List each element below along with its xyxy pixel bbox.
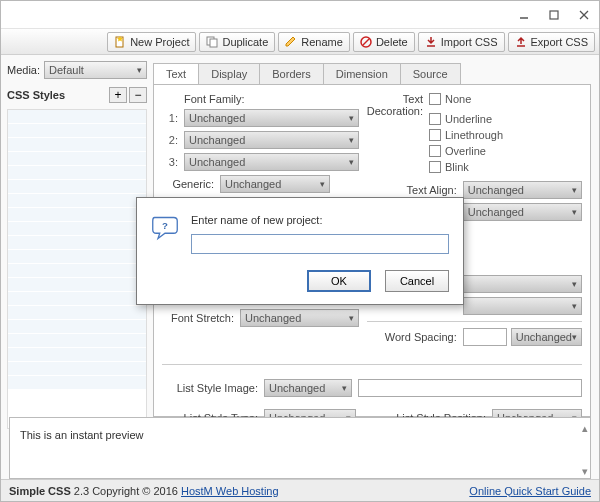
chevron-down-icon: ▾ <box>572 279 577 289</box>
list-item[interactable] <box>8 292 146 306</box>
chevron-down-icon: ▾ <box>572 207 577 217</box>
list-item[interactable] <box>8 194 146 208</box>
underline-checkbox[interactable]: Underline <box>429 113 509 125</box>
list-item[interactable] <box>8 110 146 124</box>
tab-dimension[interactable]: Dimension <box>323 63 401 84</box>
generic-label: Generic: <box>162 178 214 190</box>
list-item[interactable] <box>8 208 146 222</box>
hidden-select-1[interactable]: Unchanged▾ <box>463 275 582 293</box>
svg-text:?: ? <box>162 220 168 231</box>
list-item[interactable] <box>8 334 146 348</box>
word-spacing-label: Word Spacing: <box>367 331 457 343</box>
word-spacing-input[interactable] <box>463 328 507 346</box>
chevron-down-icon: ▾ <box>349 313 354 323</box>
tab-display[interactable]: Display <box>198 63 260 84</box>
ok-button[interactable]: OK <box>307 270 371 292</box>
new-project-button[interactable]: New Project <box>107 32 196 52</box>
question-icon: ? <box>151 214 179 242</box>
cancel-button[interactable]: Cancel <box>385 270 449 292</box>
chevron-down-icon: ▾ <box>572 332 577 342</box>
sidebar: Media: Default ▾ CSS Styles + − <box>1 55 153 417</box>
chevron-down-icon: ▾ <box>320 179 325 189</box>
font-family-1-select[interactable]: Unchanged▾ <box>184 109 359 127</box>
list-item[interactable] <box>8 306 146 320</box>
svg-rect-6 <box>210 39 217 47</box>
list-item[interactable] <box>8 376 146 390</box>
chevron-down-icon: ▾ <box>137 65 142 75</box>
list-style-image-label: List Style Image: <box>162 382 258 394</box>
media-value: Default <box>49 64 84 76</box>
scroll-down-icon[interactable]: ▾ <box>582 465 588 478</box>
svg-rect-1 <box>550 11 558 19</box>
export-css-button[interactable]: Export CSS <box>508 32 595 52</box>
rename-label: Rename <box>301 36 343 48</box>
list-item[interactable] <box>8 250 146 264</box>
ff1-label: 1: <box>162 112 178 124</box>
chevron-down-icon: ▾ <box>349 157 354 167</box>
list-item[interactable] <box>8 138 146 152</box>
text-transform-select[interactable]: Unchanged▾ <box>463 203 582 221</box>
font-stretch-label: Font Stretch: <box>162 312 234 324</box>
list-item[interactable] <box>8 180 146 194</box>
list-style-image-select[interactable]: Unchanged▾ <box>264 379 352 397</box>
blink-checkbox[interactable]: Blink <box>429 161 509 173</box>
duplicate-button[interactable]: Duplicate <box>199 32 275 52</box>
font-family-label: Font Family: <box>184 93 359 105</box>
font-family-3-select[interactable]: Unchanged▾ <box>184 153 359 171</box>
status-left: Simple CSS 2.3 Copyright © 2016 HostM We… <box>9 485 279 497</box>
scroll-up-icon[interactable]: ▴ <box>582 422 588 435</box>
media-label: Media: <box>7 64 40 76</box>
close-button[interactable] <box>569 4 599 26</box>
list-item[interactable] <box>8 348 146 362</box>
list-item[interactable] <box>8 124 146 138</box>
new-project-dialog: ? Enter name of new project: OK Cancel <box>136 197 464 305</box>
quick-start-link[interactable]: Online Quick Start Guide <box>469 485 591 497</box>
tab-source[interactable]: Source <box>400 63 461 84</box>
rename-icon <box>285 36 297 48</box>
generic-select[interactable]: Unchanged▾ <box>220 175 330 193</box>
add-style-button[interactable]: + <box>109 87 127 103</box>
list-item[interactable] <box>8 362 146 376</box>
minimize-button[interactable] <box>509 4 539 26</box>
preview-text: This is an instant preview <box>20 429 144 441</box>
remove-style-button[interactable]: − <box>129 87 147 103</box>
list-style-image-input[interactable] <box>358 379 582 397</box>
overline-checkbox[interactable]: Overline <box>429 145 509 157</box>
import-css-label: Import CSS <box>441 36 498 48</box>
linethrough-checkbox[interactable]: Linethrough <box>429 129 509 141</box>
titlebar <box>1 1 599 29</box>
font-family-2-select[interactable]: Unchanged▾ <box>184 131 359 149</box>
tab-text[interactable]: Text <box>153 63 199 84</box>
list-item[interactable] <box>8 236 146 250</box>
toolbar: New Project Duplicate Rename Delete Impo… <box>1 29 599 55</box>
chevron-down-icon: ▾ <box>572 185 577 195</box>
chevron-down-icon: ▾ <box>349 135 354 145</box>
hidden-select-2[interactable]: Unchanged▾ <box>463 297 582 315</box>
list-item[interactable] <box>8 152 146 166</box>
svg-line-8 <box>363 39 369 45</box>
status-bar: Simple CSS 2.3 Copyright © 2016 HostM We… <box>1 479 599 501</box>
list-item[interactable] <box>8 264 146 278</box>
app-name: Simple CSS <box>9 485 71 497</box>
css-styles-heading: CSS Styles <box>7 89 65 101</box>
import-css-button[interactable]: Import CSS <box>418 32 505 52</box>
hostm-link[interactable]: HostM Web Hosting <box>181 485 279 497</box>
list-item[interactable] <box>8 320 146 334</box>
project-name-input[interactable] <box>191 234 449 254</box>
maximize-button[interactable] <box>539 4 569 26</box>
duplicate-label: Duplicate <box>222 36 268 48</box>
media-select[interactable]: Default ▾ <box>44 61 147 79</box>
styles-list[interactable] <box>7 109 147 429</box>
text-align-select[interactable]: Unchanged▾ <box>463 181 582 199</box>
delete-button[interactable]: Delete <box>353 32 415 52</box>
tab-borders[interactable]: Borders <box>259 63 324 84</box>
list-item[interactable] <box>8 222 146 236</box>
list-item[interactable] <box>8 278 146 292</box>
none-checkbox[interactable]: None <box>429 93 509 105</box>
word-spacing-unit-select[interactable]: Unchanged▾ <box>511 328 582 346</box>
rename-button[interactable]: Rename <box>278 32 350 52</box>
font-stretch-select[interactable]: Unchanged▾ <box>240 309 359 327</box>
duplicate-icon <box>206 36 218 48</box>
list-item[interactable] <box>8 166 146 180</box>
text-align-label: Text Align: <box>367 184 457 196</box>
